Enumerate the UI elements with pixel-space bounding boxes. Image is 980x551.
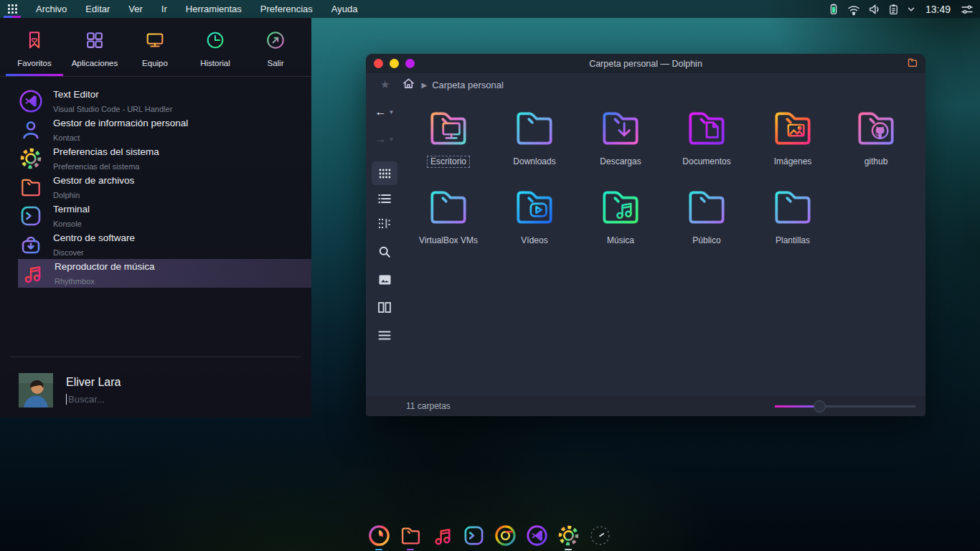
status-bar: 11 carpetas [366, 396, 925, 416]
dock-settings[interactable] [556, 523, 580, 547]
breadcrumb[interactable]: Carpeta personal [432, 80, 504, 90]
folder-image-icon [769, 104, 816, 151]
folder-github[interactable]: github [835, 104, 917, 167]
window-titlebar[interactable]: Carpeta personal — Dolphin [366, 54, 925, 73]
menu-preferencias[interactable]: Preferencias [260, 4, 313, 14]
tab-label: Favoritos [17, 59, 51, 67]
folder-video-icon [511, 183, 558, 230]
grid-icon [84, 29, 105, 54]
folder-view: Escritorio Downloads Descargas Documento… [403, 98, 925, 396]
running-indicator [565, 549, 572, 551]
desktop: Archivo Editar Ver Ir Herramientas Prefe… [0, 0, 980, 551]
clock-icon [204, 29, 226, 54]
global-menubar: Archivo Editar Ver Ir Herramientas Prefe… [0, 0, 980, 18]
hamburger-menu-icon[interactable] [372, 324, 397, 347]
bookmark-heart-icon [24, 29, 45, 54]
folder-publico[interactable]: Público [666, 183, 748, 246]
app-subtitle: Rhythmbox [55, 277, 95, 286]
clipboard-icon[interactable] [887, 2, 900, 17]
app-subtitle: Preferencias del sistema [53, 162, 139, 171]
home-icon[interactable] [402, 77, 415, 93]
folder-imagenes[interactable]: Imágenes [752, 104, 834, 167]
app-subtitle: Visual Studio Code - URL Handler [53, 105, 172, 113]
dock-vscode[interactable] [524, 523, 549, 547]
dock-chrome[interactable] [493, 523, 517, 547]
location-bar: ★ ▶ Carpeta personal [366, 73, 925, 96]
bookmark-star-icon[interactable]: ★ [380, 78, 390, 91]
folder-music-icon [597, 183, 644, 230]
list-view-button[interactable] [372, 187, 397, 210]
avatar[interactable] [19, 373, 53, 408]
app-launcher-button[interactable] [0, 0, 24, 18]
volume-icon[interactable] [867, 2, 881, 17]
folder-plantillas[interactable]: Plantillas [752, 183, 834, 246]
dock-dolphin[interactable] [398, 523, 423, 547]
app-title: Terminal [53, 204, 90, 215]
menu-editar[interactable]: Editar [85, 4, 110, 14]
wifi-icon[interactable] [847, 2, 861, 17]
app-subtitle: Kontact [53, 133, 80, 142]
folder-documentos[interactable]: Documentos [666, 104, 748, 167]
menu-ir[interactable]: Ir [161, 4, 167, 14]
zoom-slider[interactable] [775, 400, 915, 413]
app-item-kontact[interactable]: Gestor de información personalKontact [0, 116, 311, 144]
search-icon[interactable] [372, 240, 397, 263]
folder-descargas[interactable]: Descargas [580, 104, 661, 167]
menu-archivo[interactable]: Archivo [36, 4, 67, 14]
menu-herramientas[interactable]: Herramientas [186, 4, 242, 14]
app-item-dolphin[interactable]: Gestor de archivosDolphin [0, 173, 311, 202]
split-view-icon[interactable] [372, 296, 397, 319]
menu-ver[interactable]: Ver [128, 4, 143, 14]
folder-videos[interactable]: Vídeos [494, 183, 575, 246]
forward-button[interactable]: →▼ [375, 126, 395, 153]
menu-ayuda[interactable]: Ayuda [331, 4, 358, 14]
launcher-grid-icon [8, 4, 17, 14]
favorites-list: Text EditorVisual Studio Code - URL Hand… [0, 84, 311, 291]
tab-label: Aplicaciones [72, 59, 118, 67]
zoom-slider-handle[interactable] [814, 400, 826, 413]
app-item-system-settings[interactable]: Preferencias del sistemaPreferencias del… [0, 144, 311, 173]
back-button[interactable]: ←▼ [375, 98, 395, 126]
folder-virtualbox-vms[interactable]: VirtualBox VMs [407, 183, 489, 246]
running-indicator [375, 549, 382, 551]
folder-downloads[interactable]: Downloads [494, 104, 575, 167]
app-title: Text Editor [53, 89, 99, 100]
application-launcher-panel: Favoritos Aplicaciones Equipo Historial … [0, 18, 311, 418]
details-view-button[interactable] [372, 212, 397, 235]
folder-icon [511, 104, 558, 151]
clock-display[interactable]: 13:49 [925, 4, 951, 15]
divider [10, 357, 301, 357]
sliders-toggle-icon[interactable] [960, 2, 974, 17]
tray-expand-chevron-icon[interactable] [906, 4, 916, 14]
dock-konsole[interactable] [461, 523, 486, 547]
dock-rhythmbox[interactable] [430, 523, 454, 547]
folder-label: github [862, 156, 891, 167]
app-item-text-editor[interactable]: Text EditorVisual Studio Code - URL Hand… [0, 87, 311, 116]
dock-firefox[interactable] [367, 523, 391, 547]
app-title: Centro de software [53, 232, 135, 243]
tab-salir[interactable]: Salir [245, 24, 306, 76]
icon-view-button[interactable] [372, 161, 397, 185]
tab-favoritos[interactable]: Favoritos [4, 24, 65, 76]
search-input[interactable]: Buscar... [66, 394, 121, 405]
folder-download-icon [597, 104, 644, 151]
preview-image-icon[interactable] [372, 268, 397, 291]
folder-icon [769, 183, 816, 230]
tab-aplicaciones[interactable]: Aplicaciones [65, 24, 125, 76]
battery-icon[interactable] [827, 2, 840, 17]
app-item-rhythmbox[interactable]: Reproductor de músicaRhythmbox [18, 259, 311, 288]
folder-label: Público [689, 235, 723, 246]
zoom-slider-fill [775, 405, 819, 408]
monitor-icon [144, 29, 166, 54]
folder-label: Downloads [510, 156, 558, 167]
folder-escritorio[interactable]: Escritorio [407, 104, 489, 167]
app-item-konsole[interactable]: TerminalKonsole [0, 202, 311, 230]
dock-pager-clock[interactable] [588, 523, 612, 547]
app-subtitle: Discover [53, 248, 84, 257]
tab-equipo[interactable]: Equipo [125, 24, 185, 76]
tab-historial[interactable]: Historial [185, 24, 245, 76]
app-item-discover[interactable]: Centro de softwareDiscover [0, 230, 311, 259]
folder-musica[interactable]: Música [580, 183, 661, 246]
folder-label: Documentos [679, 156, 733, 167]
tab-label: Salir [267, 59, 283, 67]
